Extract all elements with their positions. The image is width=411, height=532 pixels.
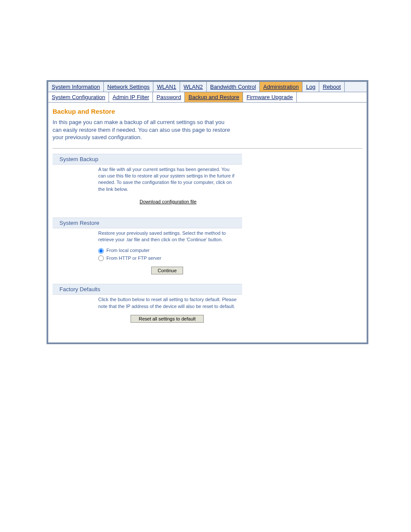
tab-system-information[interactable]: System Information (48, 82, 104, 92)
radio-from-http[interactable] (98, 255, 104, 261)
tab-administration[interactable]: Administration (260, 82, 302, 92)
section-header-defaults: Factory Defaults (53, 284, 242, 295)
tab-bandwidth-control[interactable]: Bandwidth Control (207, 82, 260, 92)
radio-from-local-row[interactable]: From local computer (98, 247, 238, 254)
divider (53, 148, 362, 149)
subtab-system-configuration[interactable]: System Configuration (48, 92, 109, 102)
sub-tabbar: System Configuration Admin IP Filter Pas… (48, 92, 367, 103)
restore-text: Restore your previously saved settings. … (98, 230, 238, 243)
section-system-restore: System Restore Restore your previously s… (53, 218, 242, 278)
main-tabbar: System Information Network Settings WLAN… (48, 82, 367, 92)
continue-button[interactable]: Continue (151, 267, 183, 274)
backup-text: A tar file with all your current setting… (98, 166, 238, 193)
section-factory-defaults: Factory Defaults Click the button below … (53, 284, 242, 326)
radio-from-local[interactable] (98, 248, 104, 254)
tab-reboot[interactable]: Reboot (319, 82, 345, 92)
section-header-backup: System Backup (53, 154, 242, 165)
reset-defaults-button[interactable]: Reset all settings to default (131, 315, 204, 323)
page-description: In this page you can make a backup of al… (53, 118, 234, 141)
defaults-text: Click the button below to reset all sett… (98, 296, 238, 310)
download-config-link[interactable]: Download configuration file (99, 199, 237, 205)
radio-from-http-row[interactable]: From HTTP or FTP server (98, 255, 238, 261)
tab-log[interactable]: Log (302, 82, 319, 92)
subtab-backup-and-restore[interactable]: Backup and Restore (185, 92, 243, 102)
tab-network-settings[interactable]: Network Settings (104, 82, 153, 92)
main-panel: System Information Network Settings WLAN… (47, 80, 368, 344)
tab-wlan2[interactable]: WLAN2 (180, 82, 207, 92)
section-system-backup: System Backup A tar file with all your c… (53, 154, 242, 212)
tab-wlan1[interactable]: WLAN1 (153, 82, 180, 92)
subtab-password[interactable]: Password (153, 92, 185, 102)
radio-from-local-label: From local computer (106, 247, 149, 254)
subtab-firmware-upgrade[interactable]: Firmware Upgrade (243, 92, 297, 102)
subtab-admin-ip-filter[interactable]: Admin IP Filter (109, 92, 153, 102)
content-area: Backup and Restore In this page you can … (48, 103, 367, 342)
section-header-restore: System Restore (53, 218, 242, 228)
page-title: Backup and Restore (53, 108, 362, 115)
radio-from-http-label: From HTTP or FTP server (106, 255, 161, 261)
